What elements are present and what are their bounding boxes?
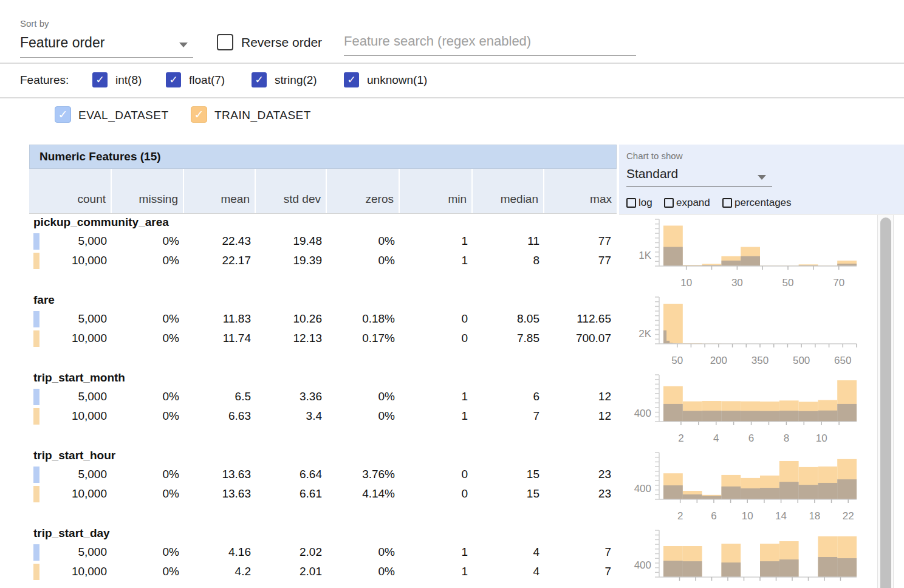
cell-mean: 11.74 bbox=[223, 329, 251, 347]
y-axis-label: 400 bbox=[634, 559, 651, 571]
cell-zeros: 0% bbox=[378, 388, 395, 406]
cell-missing: 0% bbox=[163, 543, 179, 561]
cell-mean: 4.16 bbox=[228, 543, 251, 561]
train-swatch bbox=[33, 253, 39, 269]
cell-std-dev: 19.48 bbox=[293, 232, 322, 250]
x-tick-label: 22 bbox=[843, 510, 854, 522]
cell-max: 112.65 bbox=[577, 310, 611, 328]
x-tick-label: 650 bbox=[834, 355, 851, 366]
cell-min: 1 bbox=[461, 407, 468, 425]
histogram-bar-eval bbox=[683, 411, 702, 422]
cell-missing: 0% bbox=[163, 329, 179, 347]
feature-row-eval: 5,0000%6.53.360%1612 bbox=[29, 388, 617, 406]
feature-row-eval: 5,0000%13.636.643.76%01523 bbox=[29, 465, 617, 484]
eval-swatch bbox=[33, 311, 39, 327]
cell-zeros: 0% bbox=[378, 543, 395, 561]
charts-column: 103050701K502003505006502K24681040026101… bbox=[620, 0, 863, 588]
histogram-bar-eval bbox=[818, 483, 837, 499]
cell-std-dev: 2.01 bbox=[300, 562, 322, 581]
cell-zeros: 0% bbox=[378, 562, 395, 581]
cell-count: 5,000 bbox=[78, 465, 107, 484]
histogram-bar-eval bbox=[663, 330, 666, 344]
cell-min: 0 bbox=[461, 485, 468, 503]
cell-min: 1 bbox=[461, 388, 468, 406]
cell-std-dev: 3.36 bbox=[300, 388, 322, 406]
histogram-pickup_community_area: 103050701K bbox=[620, 216, 863, 292]
cell-std-dev: 19.39 bbox=[293, 251, 322, 270]
x-tick-label: 10 bbox=[680, 277, 692, 289]
histogram-bar-eval bbox=[760, 488, 779, 499]
x-tick-label: 10 bbox=[742, 510, 753, 522]
scrollbar-thumb[interactable] bbox=[880, 217, 891, 588]
cell-mean: 13.63 bbox=[222, 465, 251, 484]
x-tick-label: 6 bbox=[711, 510, 716, 522]
feature-group-trip_start_day: trip_start_day5,0000%4.162.020%14710,000… bbox=[29, 527, 617, 585]
cell-min: 1 bbox=[461, 251, 468, 270]
train-swatch bbox=[33, 408, 39, 425]
feature-name: fare bbox=[33, 293, 55, 307]
cell-missing: 0% bbox=[163, 485, 179, 503]
train-swatch bbox=[33, 330, 39, 347]
x-tick-label: 70 bbox=[833, 277, 844, 289]
cell-count: 10,000 bbox=[72, 485, 107, 503]
cell-count: 10,000 bbox=[72, 407, 107, 425]
histogram-bar-eval bbox=[721, 261, 741, 266]
x-tick-label: 14 bbox=[775, 510, 787, 522]
feature-group-fare: fare5,0000%11.8310.260.18%08.05112.6510,… bbox=[29, 293, 617, 352]
cell-max: 23 bbox=[598, 485, 611, 503]
cell-median: 15 bbox=[527, 465, 539, 484]
cell-median: 4 bbox=[533, 543, 539, 561]
histogram-bar-eval bbox=[663, 404, 683, 422]
cell-min: 0 bbox=[461, 465, 468, 484]
cell-median: 6 bbox=[533, 388, 539, 406]
histogram-bar-eval bbox=[663, 561, 683, 577]
cell-mean: 13.63 bbox=[222, 485, 251, 503]
feature-name: trip_start_day bbox=[33, 527, 110, 540]
cell-median: 7.85 bbox=[517, 329, 539, 347]
cell-std-dev: 6.61 bbox=[300, 485, 322, 503]
histogram-bar-eval bbox=[818, 557, 837, 577]
histogram-bar-eval bbox=[799, 485, 818, 499]
x-tick-label: 2 bbox=[677, 510, 683, 522]
cell-min: 1 bbox=[461, 232, 468, 250]
cell-count: 5,000 bbox=[78, 543, 107, 561]
histogram-bar-eval bbox=[779, 482, 799, 499]
eval-swatch bbox=[33, 389, 39, 405]
cell-median: 7 bbox=[533, 407, 539, 425]
cell-zeros: 0% bbox=[378, 407, 395, 425]
histogram-bar-eval bbox=[721, 487, 741, 499]
cell-count: 10,000 bbox=[72, 251, 107, 270]
x-tick-label: 50 bbox=[671, 355, 683, 366]
histogram-bar-eval bbox=[741, 488, 760, 499]
histogram-bar-eval bbox=[721, 411, 741, 422]
feature-name: trip_start_month bbox=[33, 371, 125, 385]
cell-missing: 0% bbox=[163, 232, 179, 250]
cell-mean: 4.2 bbox=[235, 562, 251, 581]
cell-max: 700.07 bbox=[576, 329, 611, 347]
feature-row-eval: 5,0000%22.4319.480%11177 bbox=[29, 232, 617, 250]
scrollbar-track[interactable] bbox=[877, 215, 894, 588]
x-tick-label: 18 bbox=[809, 510, 820, 522]
histogram-bar-eval bbox=[663, 485, 683, 499]
y-axis-label: 1K bbox=[639, 250, 651, 261]
x-tick-label: 8 bbox=[784, 432, 789, 444]
cell-min: 0 bbox=[461, 329, 468, 347]
train-swatch bbox=[33, 486, 39, 502]
cell-max: 12 bbox=[598, 407, 611, 425]
histogram-trip_start_day: 400 bbox=[620, 527, 863, 588]
histogram-bar-eval bbox=[760, 411, 779, 422]
cell-std-dev: 6.64 bbox=[300, 465, 322, 484]
histogram-bar-eval bbox=[683, 561, 702, 577]
cell-zeros: 4.14% bbox=[362, 485, 395, 503]
histogram-bar-eval bbox=[779, 559, 799, 577]
feature-row-train: 10,0000%13.636.614.14%01523 bbox=[29, 485, 617, 503]
cell-max: 77 bbox=[598, 251, 611, 270]
histogram-trip_start_hour: 2610141822400 bbox=[620, 449, 863, 525]
x-tick-label: 200 bbox=[710, 355, 727, 366]
x-tick-label: 6 bbox=[748, 432, 754, 444]
feature-row-train: 10,0000%6.633.40%1712 bbox=[29, 407, 617, 425]
cell-zeros: 0.17% bbox=[362, 329, 395, 347]
cell-count: 5,000 bbox=[78, 388, 107, 406]
y-axis-label: 2K bbox=[639, 328, 651, 340]
cell-max: 7 bbox=[604, 543, 611, 561]
